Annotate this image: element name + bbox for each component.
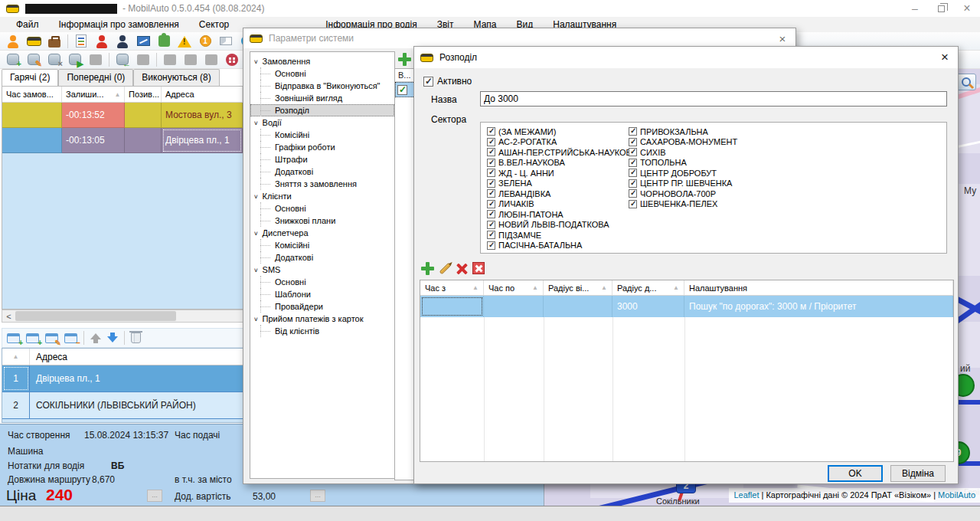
sector-checkbox[interactable]: [487, 138, 495, 146]
briefcase-icon[interactable]: [47, 34, 62, 49]
order-run-icon[interactable]: ▶: [67, 52, 83, 67]
tree-group-drivers[interactable]: Водії: [250, 116, 394, 129]
tree-item[interactable]: Основні: [250, 276, 394, 288]
address-edit-icon[interactable]: ✎: [45, 333, 58, 343]
sector-item[interactable]: ЦЕНТР ДОБРОБУТ: [629, 168, 737, 179]
order-time-cell[interactable]: [2, 128, 62, 153]
sort-asc-icon[interactable]: ▲: [2, 349, 30, 365]
sector-item[interactable]: АШАН-ПЕР.СТРИЙСЬКА-НАУКОВА: [487, 147, 637, 158]
add-icon[interactable]: [421, 262, 434, 275]
name-input[interactable]: [480, 91, 947, 106]
tree-item[interactable]: Комісійні: [250, 239, 394, 251]
tree-group-clients[interactable]: Клієнти: [250, 190, 394, 202]
tree-item[interactable]: Основні: [250, 67, 394, 80]
tree-item[interactable]: Додаткові: [250, 251, 394, 264]
menu-sector[interactable]: Сектор: [189, 17, 239, 32]
tree-item[interactable]: Графіки роботи: [250, 141, 394, 153]
tree-group-sms[interactable]: SMS: [250, 264, 394, 276]
tree-item[interactable]: Штрафи: [250, 153, 394, 165]
sector-item[interactable]: ЛЮБІН-ПАТОНА: [487, 209, 637, 220]
address-cell[interactable]: Двірцева пл., 1: [162, 128, 243, 153]
tree-item[interactable]: Додаткові: [250, 165, 394, 178]
col-address[interactable]: Адреса: [162, 87, 243, 102]
sector-checkbox[interactable]: [629, 179, 637, 188]
sector-checkbox[interactable]: [487, 241, 495, 250]
col-route-address[interactable]: Адреса: [30, 352, 67, 362]
close-icon[interactable]: ×: [769, 32, 795, 45]
col-time-to[interactable]: Час по▲: [484, 280, 544, 295]
col-settings[interactable]: Налаштування: [684, 280, 953, 295]
tree-item[interactable]: Провайдери: [250, 300, 394, 313]
sector-item[interactable]: АС-2-РОГАТКА: [487, 137, 637, 148]
sector-checkbox[interactable]: [629, 159, 637, 167]
taxi-toolbar-icon[interactable]: [26, 34, 41, 49]
col-radius-to[interactable]: Радіус д...▲: [612, 280, 684, 295]
col-time-from[interactable]: Час з▲: [420, 280, 484, 295]
callsign-cell[interactable]: [125, 128, 162, 153]
sector-item[interactable]: СИХІВ: [629, 147, 737, 158]
cancel-button[interactable]: Відміна: [890, 465, 946, 482]
driver-icon[interactable]: [115, 34, 130, 49]
tree-group-card-payments[interactable]: Прийом платежів з карток: [250, 313, 394, 325]
sector-checkbox[interactable]: [487, 179, 495, 188]
sector-item[interactable]: ПАСІЧНА-БАТАЛЬНА: [487, 241, 637, 251]
col-order-time[interactable]: Час замов...: [2, 87, 62, 102]
tab-pending[interactable]: Попередні (0): [58, 69, 133, 86]
sector-checkbox[interactable]: [629, 169, 637, 177]
order-edit-icon[interactable]: ✎: [26, 52, 41, 67]
client-icon[interactable]: [5, 34, 21, 49]
tab-executing[interactable]: Виконуються (8): [133, 69, 219, 86]
tree-item[interactable]: Шаблони: [250, 288, 394, 300]
map-zoom-button[interactable]: [956, 74, 976, 90]
sector-item[interactable]: ЗЕЛЕНА: [487, 179, 637, 189]
extra-cost-more-button[interactable]: ...: [310, 490, 325, 502]
callsign-cell[interactable]: [125, 103, 162, 128]
col-radius-from[interactable]: Радіус ві...▲: [544, 280, 612, 295]
order-add-icon[interactable]: +: [5, 52, 21, 67]
order-row-1[interactable]: -00:13:52 Мостова вул., 3: [2, 103, 243, 128]
sector-checkbox[interactable]: [629, 148, 637, 156]
minimize-button[interactable]: –: [902, 0, 928, 17]
route-address[interactable]: СОКІЛЬНИКИ (ЛЬВІВСЬКИЙ РАЙОН): [30, 392, 244, 418]
mobilauto-link[interactable]: MobilAuto: [938, 490, 975, 500]
close-icon[interactable]: ×: [932, 50, 958, 65]
restore-button[interactable]: [928, 0, 954, 17]
sector-checkbox[interactable]: [487, 231, 495, 239]
sector-checkbox[interactable]: [487, 127, 495, 136]
sector-checkbox[interactable]: [487, 221, 495, 229]
menu-order-info[interactable]: Інформація про замовлення: [49, 17, 189, 32]
move-down-icon[interactable]: [107, 332, 118, 344]
leaflet-link[interactable]: Leaflet: [733, 490, 759, 500]
sector-item[interactable]: ПРИВОКЗАЛЬНА: [629, 126, 737, 137]
sector-checkbox[interactable]: [487, 200, 495, 208]
rule-row[interactable]: 3000 Пошук "по дорогах": 3000 м / Пріори…: [420, 296, 953, 317]
orders-h-scrollbar[interactable]: <: [2, 310, 243, 323]
route-num[interactable]: 2: [2, 392, 30, 418]
mail-icon[interactable]: [218, 34, 234, 49]
route-address[interactable]: Двірцева пл., 1: [30, 365, 244, 392]
tab-hot[interactable]: Гарячі (2): [2, 69, 58, 86]
sector-checkbox[interactable]: [487, 159, 495, 167]
radius-from-cell[interactable]: [544, 296, 612, 317]
address-add-icon[interactable]: +: [7, 333, 20, 343]
order-time-cell[interactable]: [2, 103, 62, 128]
tree-group-dispatchers[interactable]: Диспетчера: [250, 227, 394, 239]
route-row-1[interactable]: 1 Двірцева пл., 1: [2, 365, 244, 392]
settings-cell[interactable]: Пошук "по дорогах": 3000 м / Пріоритет: [684, 296, 953, 317]
tree-item[interactable]: Від клієнтів: [250, 325, 394, 337]
coin-icon[interactable]: 1: [198, 34, 213, 49]
sector-checkbox[interactable]: [487, 210, 495, 218]
report-icon[interactable]: [74, 34, 89, 49]
delete-icon[interactable]: [131, 333, 141, 343]
remaining-cell[interactable]: -00:13:05: [62, 128, 125, 153]
dispatcher-icon[interactable]: [94, 34, 109, 49]
order-row-2[interactable]: -00:13:05 Двірцева пл., 1: [2, 128, 243, 153]
route-num[interactable]: 1: [2, 365, 30, 392]
scroll-left-arrow[interactable]: <: [2, 312, 15, 321]
col-remaining[interactable]: Залиши...▲: [62, 87, 125, 102]
tree-item[interactable]: Зняття з замовлення: [250, 178, 394, 190]
edit-icon[interactable]: [439, 262, 452, 274]
plugin-icon[interactable]: [156, 34, 172, 49]
time-to-cell[interactable]: [484, 296, 544, 317]
close-button[interactable]: ×: [954, 0, 980, 17]
